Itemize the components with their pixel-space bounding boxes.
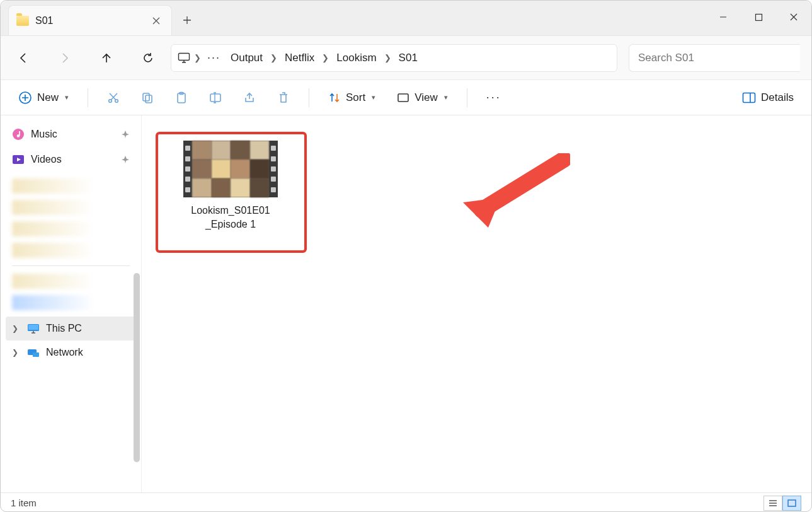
search-box[interactable] (629, 44, 800, 72)
minimize-button[interactable] (706, 4, 741, 30)
copy-icon (141, 91, 154, 104)
back-button[interactable] (12, 47, 35, 69)
view-label: View (415, 91, 438, 104)
sidebar-item-network[interactable]: ❯ Network (1, 340, 141, 364)
new-tab-button[interactable] (172, 5, 202, 35)
monitor-icon[interactable] (178, 52, 190, 64)
redacted-item (12, 200, 130, 215)
tab-title: S01 (35, 15, 53, 26)
breadcrumb-item[interactable]: Output (227, 49, 266, 67)
redacted-item (12, 221, 130, 236)
maximize-button[interactable] (741, 4, 776, 30)
share-icon (243, 91, 256, 104)
chevron-right-icon[interactable]: ❯ (12, 348, 21, 357)
music-icon (12, 128, 25, 141)
close-window-button[interactable] (776, 4, 811, 30)
tab-close-button[interactable] (149, 13, 164, 28)
sidebar-label: Videos (31, 154, 62, 165)
scissors-icon (107, 91, 120, 104)
view-button[interactable]: View ▾ (392, 88, 453, 108)
cut-button[interactable] (102, 88, 125, 108)
svg-rect-6 (146, 95, 152, 103)
trash-icon (277, 91, 290, 104)
svg-point-3 (109, 99, 112, 102)
videos-icon (12, 153, 25, 166)
command-bar: New ▾ Sort ▾ (1, 80, 811, 115)
item-count: 1 item (11, 497, 37, 508)
ellipsis-icon: ··· (486, 91, 501, 104)
navigation-bar: ❯ ··· Output ❯ Netflix ❯ Lookism ❯ S01 (1, 36, 811, 80)
breadcrumb-item[interactable]: Lookism (333, 49, 380, 67)
breadcrumb-overflow[interactable]: ··· (205, 51, 223, 64)
redacted-item (12, 295, 130, 310)
copy-button[interactable] (136, 88, 159, 108)
annotation-arrow (444, 153, 570, 229)
chevron-right-icon[interactable]: ❯ (194, 53, 201, 62)
title-bar: S01 (1, 1, 811, 36)
details-pane-icon (742, 92, 756, 103)
svg-point-13 (17, 134, 20, 137)
video-thumbnail (183, 141, 278, 197)
sidebar-label: Network (46, 347, 83, 358)
chevron-down-icon: ▾ (444, 93, 448, 102)
chevron-down-icon: ▾ (65, 93, 69, 102)
window-tab[interactable]: S01 (8, 5, 172, 35)
chevron-right-icon[interactable]: ❯ (270, 53, 277, 62)
paste-button[interactable] (170, 88, 193, 108)
details-pane-button[interactable]: Details (737, 88, 799, 108)
more-button[interactable]: ··· (481, 87, 506, 108)
refresh-button[interactable] (137, 47, 159, 69)
redacted-item (12, 243, 130, 258)
chevron-down-icon: ▾ (372, 93, 375, 102)
navigation-pane: Music Videos ❯ This PC (1, 115, 142, 492)
view-icon (397, 91, 409, 104)
rename-button[interactable] (204, 88, 227, 108)
breadcrumb[interactable]: ❯ ··· Output ❯ Netflix ❯ Lookism ❯ S01 (171, 44, 617, 72)
svg-rect-1 (179, 53, 190, 60)
chevron-right-icon[interactable]: ❯ (12, 324, 21, 333)
thumbnails-view-toggle[interactable] (782, 496, 801, 511)
svg-point-4 (115, 99, 118, 102)
details-label: Details (761, 91, 794, 104)
file-item[interactable]: Lookism_S01E01_Episode 1 (164, 141, 297, 232)
share-button[interactable] (238, 88, 261, 108)
svg-rect-16 (28, 325, 38, 330)
search-input[interactable] (638, 52, 791, 64)
breadcrumb-item[interactable]: S01 (395, 49, 421, 67)
details-view-toggle[interactable] (763, 496, 782, 511)
folder-icon (16, 16, 29, 26)
up-button[interactable] (95, 47, 118, 69)
sidebar-item-music[interactable]: Music (1, 122, 141, 147)
forward-button[interactable] (54, 47, 76, 69)
file-list-area[interactable]: Lookism_S01E01_Episode 1 (142, 115, 811, 492)
new-label: New (37, 91, 59, 104)
chevron-right-icon[interactable]: ❯ (384, 53, 391, 62)
svg-rect-10 (398, 94, 408, 102)
file-name: Lookism_S01E01_Episode 1 (164, 204, 297, 232)
sidebar-item-this-pc[interactable]: ❯ This PC (6, 317, 136, 340)
svg-rect-11 (743, 93, 755, 102)
redacted-item (12, 274, 130, 289)
sidebar-label: This PC (46, 323, 82, 334)
svg-rect-5 (143, 93, 149, 101)
sort-button[interactable]: Sort ▾ (323, 88, 380, 108)
new-button[interactable]: New ▾ (13, 87, 74, 108)
sidebar-scrollbar[interactable] (134, 273, 140, 462)
clipboard-icon (175, 91, 188, 104)
svg-rect-9 (210, 94, 220, 102)
svg-rect-0 (755, 14, 762, 20)
status-bar: 1 item (1, 492, 811, 512)
chevron-right-icon[interactable]: ❯ (322, 53, 329, 62)
svg-rect-19 (788, 500, 796, 506)
sort-icon (328, 91, 341, 104)
window-controls (706, 1, 811, 35)
svg-rect-18 (33, 352, 39, 357)
new-icon (18, 91, 32, 105)
delete-button[interactable] (272, 88, 295, 108)
redacted-item (12, 178, 130, 194)
sidebar-item-videos[interactable]: Videos (1, 147, 141, 172)
svg-point-12 (13, 129, 24, 140)
network-icon (27, 347, 40, 358)
rename-icon (209, 91, 222, 104)
breadcrumb-item[interactable]: Netflix (281, 49, 318, 67)
